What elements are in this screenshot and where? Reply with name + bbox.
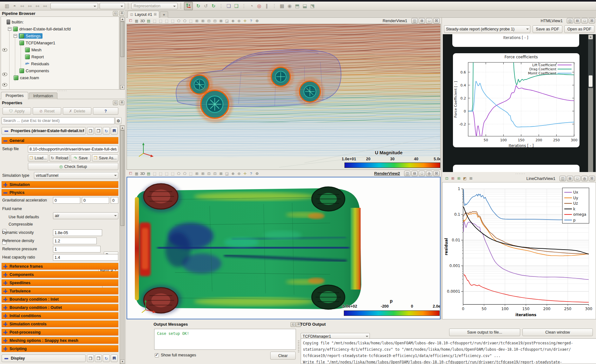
tab-layout1[interactable]: ◫ Layout #1 ☒ <box>128 11 159 18</box>
select-frustum-points-icon[interactable]: ⬚ <box>170 171 176 176</box>
save-defaults-icon[interactable]: 🖪 <box>111 127 118 135</box>
section-initial-conditions[interactable]: Initial conditions <box>2 312 118 319</box>
close-tab-icon[interactable]: ☒ <box>154 13 157 16</box>
tree-row-builtin[interactable]: builtin: <box>7 19 24 25</box>
select-frustum-cells-icon[interactable]: ⬚ <box>164 18 170 23</box>
pipeline-scrollbar[interactable]: ▲ ▼ <box>120 16 125 90</box>
tree-row-case[interactable]: drivaer-Estate-full-detail.tcfd <box>8 26 71 32</box>
fluid-name-combo[interactable]: air <box>53 212 118 219</box>
capture-screenshot-icon[interactable]: ❏ <box>225 3 233 10</box>
split-vertical-icon[interactable]: ⊟ <box>567 176 573 181</box>
delete-button[interactable]: ✗Delete <box>63 107 91 115</box>
slice-stack-icon[interactable]: ∥ <box>263 3 271 10</box>
tcfd-console[interactable]: Copying file "/mnt/nodes/liska/home/lubo… <box>301 338 596 364</box>
copy-display-icon[interactable]: ❐ <box>87 354 94 362</box>
toggle-2d3d-icon[interactable]: 3D <box>140 171 146 176</box>
maximize-view-icon[interactable]: □ <box>581 18 588 23</box>
clear-button[interactable]: Clear <box>270 352 296 360</box>
float-dock-icon[interactable]: ◱ <box>113 100 118 105</box>
scroll-up-icon[interactable]: ▲ <box>120 17 125 22</box>
adjust-camera-icon[interactable]: ⚙ <box>254 171 260 176</box>
setup-file-input[interactable] <box>28 146 118 152</box>
split-horizontal-icon[interactable]: ◫ <box>567 18 573 23</box>
camera-icon[interactable]: ▦ <box>134 171 140 176</box>
float-dock-icon[interactable]: ◱ <box>291 322 296 327</box>
chart-select-rect-icon[interactable]: ⊞ <box>450 176 456 181</box>
threshold-box-icon[interactable]: ⬔ <box>309 3 316 10</box>
section-bc-outlet[interactable]: Boundary condition : Outlet <box>2 304 118 311</box>
visibility-eye-icon[interactable] <box>2 48 7 52</box>
paste-display-icon[interactable]: ❒ <box>95 354 102 362</box>
help-icon[interactable]: ? <box>248 18 254 23</box>
copy-properties-icon[interactable]: ❐ <box>87 127 94 135</box>
axes-grid-icon[interactable]: ▤ <box>146 18 152 23</box>
gravity-z-field[interactable]: 0 <box>111 197 118 204</box>
edit-color-map-icon[interactable]: ◓ <box>11 2 18 9</box>
section-general[interactable]: General <box>2 137 118 144</box>
section-post-processing[interactable]: Post-processing <box>2 329 118 335</box>
reset-camera-closest-icon[interactable]: ↺ <box>202 3 210 10</box>
scroll-up-icon[interactable]: ▲ <box>120 126 125 130</box>
search-options-gear-icon[interactable]: ⚙ <box>115 117 121 124</box>
section-scripting[interactable]: Scripting <box>2 345 118 352</box>
scroll-up-icon[interactable]: ▲ <box>588 35 593 39</box>
open-as-pdf-button[interactable]: Open as PDF <box>564 25 594 33</box>
rescale-custom-range-icon[interactable]: ⇿ <box>26 3 34 10</box>
camera-icon[interactable]: ▦ <box>134 18 140 23</box>
section-bc-inlet[interactable]: Boundary condition : Inlet <box>2 296 118 303</box>
save-as-button[interactable]: ❒Save As... <box>92 154 118 162</box>
split-horizontal-icon[interactable]: ◫ <box>404 171 410 176</box>
chart-select-points-icon[interactable]: ⊡ <box>444 176 450 181</box>
visibility-eye-icon[interactable] <box>2 73 7 76</box>
reload-button[interactable]: ↻Reload <box>49 154 69 162</box>
select-polygon-cells-icon[interactable]: ⬠ <box>176 18 182 23</box>
clip-box-icon[interactable]: ⬒ <box>293 3 301 10</box>
interactive-select-points-icon[interactable]: ⊞ <box>200 18 206 23</box>
tree-row-residuals[interactable]: Residuals <box>25 61 49 67</box>
split-horizontal-icon[interactable]: ◫ <box>411 18 418 23</box>
select-polygon-points-icon[interactable]: ⬠ <box>182 171 188 176</box>
close-dock-icon[interactable]: ☒ <box>119 100 124 105</box>
section-simulation[interactable]: Simulation <box>2 181 118 188</box>
tab-information[interactable]: Information <box>29 93 57 99</box>
popout-view-icon[interactable]: ◎ <box>426 171 432 176</box>
shrink-selection-icon[interactable]: ⊖ <box>236 18 242 23</box>
apply-button[interactable]: 🛡Apply <box>3 107 31 115</box>
toolbar-separator[interactable]: ⋮ <box>217 3 225 10</box>
select-polygon-cells-icon[interactable]: ⬠ <box>176 171 182 176</box>
properties-scrollbar[interactable]: ▲ ▼ <box>120 125 125 364</box>
interactive-select-points-icon[interactable]: ⊞ <box>200 171 206 176</box>
gravity-y-field[interactable]: 0 <box>82 197 109 204</box>
scrollbar-thumb[interactable] <box>589 75 593 87</box>
maximize-view-icon[interactable]: □ <box>426 18 432 23</box>
show-full-messages-checkbox[interactable] <box>155 353 159 357</box>
save-button[interactable]: ↷Save <box>71 154 91 162</box>
reset-defaults-icon[interactable]: ↻ <box>103 127 110 135</box>
scroll-down-icon[interactable]: ▼ <box>120 85 125 90</box>
section-simulation-controls[interactable]: Simulation controls <box>2 321 118 327</box>
section-components[interactable]: Components <box>2 271 118 278</box>
open-separate-window-icon[interactable]: ⧠ <box>128 171 134 176</box>
section-reference-frames[interactable]: Reference frames <box>2 263 118 270</box>
glyph-filter-icon[interactable]: ◉ <box>286 3 293 10</box>
toolbar-separator[interactable]: ⋮ <box>271 3 278 10</box>
residuals-chart[interactable]: 10.10.010.0010.0001050100150200250300res… <box>442 182 596 319</box>
output-messages-box[interactable]: Case setup OK! <box>154 329 296 350</box>
select-polygon-points-icon[interactable]: ⬠ <box>182 18 188 23</box>
properties-group-header[interactable]: Properties (drivaer-Estate-full-detail.t… <box>2 127 86 135</box>
save-as-pdf-button[interactable]: Save as PDF <box>533 25 562 33</box>
grow-selection-icon[interactable]: ⊕ <box>230 18 236 23</box>
grow-selection-icon[interactable]: ⊕ <box>230 171 236 176</box>
camera-link-icon[interactable]: ✛ <box>242 18 248 23</box>
shrink-selection-icon[interactable]: ⊖ <box>236 171 242 176</box>
representation-combo[interactable]: Representation <box>131 3 178 9</box>
report-scrollbar[interactable]: ▲ <box>588 34 593 172</box>
scrollbar-thumb[interactable] <box>120 22 125 57</box>
report-type-combo[interactable]: Steady-state report (efficiency probe 1) <box>444 25 530 33</box>
maximize-view-icon[interactable]: □ <box>574 176 580 181</box>
contour-icon[interactable]: ◎ <box>255 3 263 10</box>
help-button[interactable]: ? <box>93 107 118 115</box>
save-display-icon[interactable]: 🖪 <box>111 354 118 362</box>
pressure-colorbar[interactable] <box>344 310 440 316</box>
section-speedlines[interactable]: Speedlines <box>2 279 118 286</box>
